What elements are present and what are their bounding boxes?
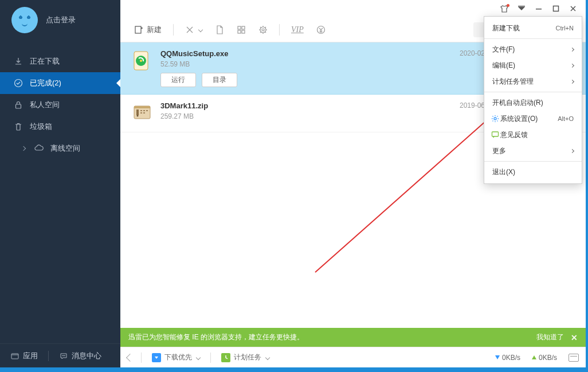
menu-more[interactable]: 更多 [484,143,582,159]
new-label: 新建 [147,25,162,35]
nav-label: 离线空间 [50,143,80,154]
chevron-right-icon [21,146,26,151]
priority-icon [152,353,161,362]
menu-feedback[interactable]: 意见反馈 [484,127,582,143]
skin-button[interactable] [496,2,512,15]
login-text[interactable]: 点击登录 [46,15,76,25]
nav-completed[interactable]: 已完成(2) [0,72,120,94]
menu-new-download[interactable]: 新建下载 Ctrl+N [484,20,582,36]
menu-settings[interactable]: 系统设置(O) Alt+O [484,111,582,127]
file-name: QQMusicSetup.exe [160,49,452,58]
file-name: 3DMark11.zip [160,101,452,110]
exe-icon [132,50,152,71]
grid-button[interactable] [232,23,250,37]
nav: 正在下载 已完成(2) 私人空间 垃圾箱 离线空间 [0,40,120,159]
menu-file[interactable]: 文件(F) [484,41,582,57]
svg-rect-6 [518,6,525,7]
nav-label: 垃圾箱 [30,122,52,132]
folder-button[interactable]: 目录 [202,73,237,87]
menu-label: 意见反馈 [500,130,574,140]
svg-rect-12 [238,30,241,33]
arrow-down-icon [495,355,500,359]
footer-msgcenter[interactable]: 消息中心 [59,351,101,361]
menu-label: 计划任务管理 [492,77,571,87]
calculator-icon[interactable] [569,354,579,362]
separator [173,24,174,36]
schedule-icon [221,353,230,362]
minimize-button[interactable] [531,2,547,15]
priority-button[interactable]: 下载优先 [150,351,202,363]
menu-separator [484,38,582,39]
delete-button[interactable] [181,23,207,37]
banner-close-button[interactable]: ✕ [571,333,578,342]
svg-point-15 [262,29,264,31]
footer-apps-label: 应用 [23,351,38,361]
download-speed[interactable]: 0KB/s [495,354,520,362]
menu-autostart[interactable]: 开机自动启动(R) [484,95,582,111]
menu-separator [484,92,582,92]
menu-separator [484,161,582,162]
nav-trash[interactable]: 垃圾箱 [0,116,120,138]
menu-shortcut: Alt+O [558,115,574,122]
sidebar-header[interactable]: 点击登录 [0,0,120,40]
maximize-button[interactable] [548,2,564,15]
feedback-icon [491,131,499,139]
svg-rect-8 [554,6,559,11]
footer-msg-label: 消息中心 [72,351,101,361]
separator [48,351,49,361]
svg-point-4 [64,355,64,356]
nav-label: 已完成(2) [30,78,61,88]
file-icon [215,25,224,34]
coin-button[interactable] [312,23,330,37]
trash-icon [14,122,23,131]
menu-exit[interactable]: 退出(X) [484,164,582,180]
vip-icon: VIP [291,25,304,34]
zip-icon [132,103,152,123]
svg-rect-30 [492,132,499,136]
menu-label: 开机自动启动(R) [492,98,574,108]
chevron-down-icon [198,27,203,32]
footer-apps[interactable]: 应用 [10,351,38,361]
separator [141,353,142,363]
svg-point-0 [15,80,22,87]
close-button[interactable] [565,2,581,15]
svg-rect-7 [536,9,542,10]
apps-icon [10,351,19,361]
banner-ok-button[interactable]: 我知道了 [536,332,564,342]
svg-point-19 [140,60,142,62]
svg-rect-24 [140,110,142,111]
statusbar: 下载优先 计划任务 0KB/s 0KB/s [120,347,586,367]
settings-button[interactable] [254,23,272,37]
upload-speed[interactable]: 0KB/s [532,354,557,362]
banner-text: 迅雷已为您智能修复 IE 的浏览器支持，建立任务更快捷。 [128,332,536,342]
new-icon [134,25,143,34]
vip-button[interactable]: VIP [287,23,308,37]
priority-label: 下载优先 [164,353,192,362]
down-value: 0KB/s [502,354,520,362]
file-size: 52.59 MB [160,60,452,68]
chevron-down-icon [196,355,201,359]
titlebar [120,0,586,17]
svg-rect-13 [242,30,245,33]
file-info: 3DMark11.zip 259.27 MB [160,101,452,125]
nav-label: 私人空间 [30,100,60,110]
collapse-button[interactable] [126,353,134,361]
svg-rect-1 [16,104,21,108]
menu-edit[interactable]: 编辑(E) [484,57,582,73]
nav-private[interactable]: 私人空间 [0,94,120,116]
menu-button[interactable] [513,2,530,15]
check-circle-icon [14,79,23,88]
skin-icon [500,5,508,13]
menu-schedule-manage[interactable]: 计划任务管理 [484,73,582,89]
app-window: 点击登录 正在下载 已完成(2) 私人空间 垃圾箱 离线空间 [0,0,586,367]
lock-icon [14,100,23,109]
nav-downloading[interactable]: 正在下载 [0,50,120,72]
sidebar-footer: 应用 消息中心 [0,343,120,367]
avatar[interactable] [11,7,38,33]
status-right: 0KB/s 0KB/s [495,354,579,362]
run-button[interactable]: 运行 [160,73,196,87]
new-task-button[interactable]: 新建 [130,22,166,37]
file-button[interactable] [210,23,229,37]
schedule-button[interactable]: 计划任务 [219,351,272,363]
nav-offline[interactable]: 离线空间 [0,138,120,159]
